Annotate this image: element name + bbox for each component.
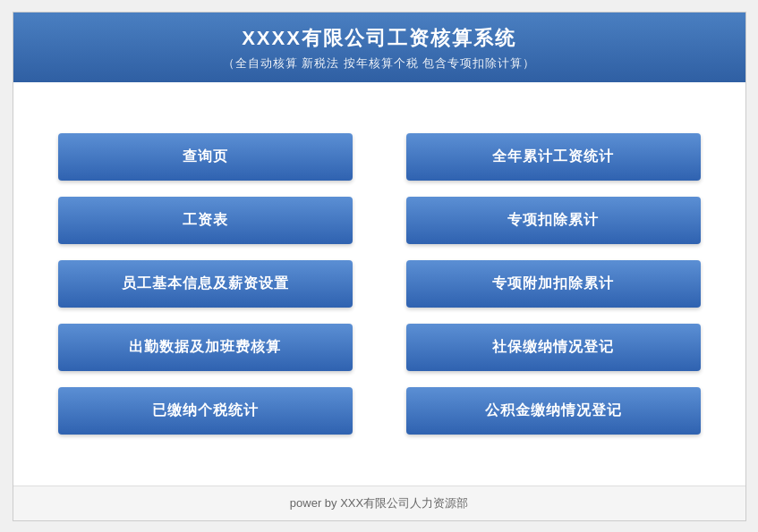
special-deduction-accum-button[interactable]: 专项扣除累计 xyxy=(406,197,701,244)
special-additional-accum-button[interactable]: 专项附加扣除累计 xyxy=(406,260,701,308)
employee-info-button[interactable]: 员工基本信息及薪资设置 xyxy=(58,260,353,308)
header-title: XXXX有限公司工资核算系统 xyxy=(31,25,728,52)
content-area: 查询页 全年累计工资统计 工资表 专项扣除累计 员工基本信息及薪资设置 专项附加… xyxy=(13,82,745,486)
query-page-button[interactable]: 查询页 xyxy=(58,133,353,181)
main-window: XXXX有限公司工资核算系统 （全自动核算 新税法 按年核算个税 包含专项扣除计… xyxy=(13,12,746,521)
buttons-grid: 查询页 全年累计工资统计 工资表 专项扣除累计 员工基本信息及薪资设置 专项附加… xyxy=(58,109,701,459)
payroll-table-button[interactable]: 工资表 xyxy=(58,197,353,244)
attendance-calc-button[interactable]: 出勤数据及加班费核算 xyxy=(58,324,353,371)
header-subtitle: （全自动核算 新税法 按年核算个税 包含专项扣除计算） xyxy=(31,55,728,72)
housing-fund-button[interactable]: 公积金缴纳情况登记 xyxy=(406,387,701,435)
annual-salary-stats-button[interactable]: 全年累计工资统计 xyxy=(406,133,701,181)
tax-stats-button[interactable]: 已缴纳个税统计 xyxy=(58,387,353,435)
header: XXXX有限公司工资核算系统 （全自动核算 新税法 按年核算个税 包含专项扣除计… xyxy=(13,13,745,82)
social-insurance-button[interactable]: 社保缴纳情况登记 xyxy=(406,324,701,371)
footer-text: power by XXX有限公司人力资源部 xyxy=(290,496,468,510)
footer: power by XXX有限公司人力资源部 xyxy=(13,486,745,520)
